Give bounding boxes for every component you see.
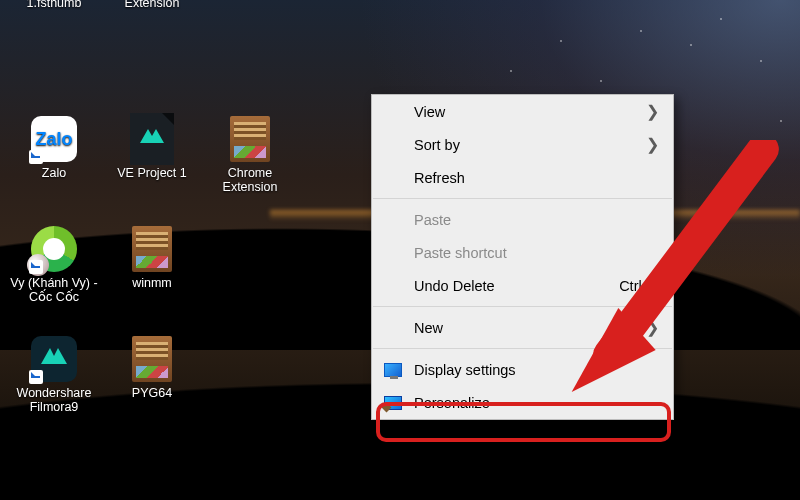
menu-label: Refresh xyxy=(414,170,465,186)
menu-label: View xyxy=(414,104,445,120)
icon-label: VE Project 1 xyxy=(117,166,186,180)
menu-label: Personalize xyxy=(414,395,490,411)
submenu-arrow-icon: ❯ xyxy=(646,102,659,121)
menu-item-view[interactable]: View ❯ xyxy=(372,95,673,128)
filmora-project-icon xyxy=(130,113,174,165)
menu-item-display-settings[interactable]: Display settings xyxy=(372,353,673,386)
menu-label: Display settings xyxy=(414,362,516,378)
menu-item-new[interactable]: New ❯ xyxy=(372,311,673,344)
archive-icon xyxy=(132,226,172,272)
menu-label: New xyxy=(414,320,443,336)
desktop-icon-extension-top[interactable]: Extension xyxy=(106,0,198,96)
menu-item-sort-by[interactable]: Sort by ❯ xyxy=(372,128,673,161)
desktop-icon-ve-project[interactable]: VE Project 1 xyxy=(106,110,198,206)
desktop-icon-coccoc[interactable]: Vy (Khánh Vy) - Cốc Cốc xyxy=(8,220,100,316)
desktop-icon-fsthumb[interactable]: 1.fsthumb xyxy=(8,0,100,96)
menu-separator xyxy=(373,198,672,199)
submenu-arrow-icon: ❯ xyxy=(646,318,659,337)
menu-label: Undo Delete xyxy=(414,278,495,294)
icon-label: Vy (Khánh Vy) - Cốc Cốc xyxy=(9,276,99,305)
icon-label: Extension xyxy=(125,0,180,10)
archive-icon xyxy=(230,116,270,162)
icon-label: Chrome Extension xyxy=(205,166,295,195)
desktop-icon-filmora9[interactable]: Wondershare Filmora9 xyxy=(8,330,100,426)
menu-item-paste: Paste xyxy=(372,203,673,236)
archive-icon xyxy=(132,336,172,382)
menu-item-refresh[interactable]: Refresh xyxy=(372,161,673,194)
shortcut-overlay-icon xyxy=(29,150,43,164)
menu-label: Paste xyxy=(414,212,451,228)
monitor-icon xyxy=(384,363,402,377)
menu-item-personalize[interactable]: Personalize xyxy=(372,386,673,419)
icon-label: Zalo xyxy=(42,166,66,180)
personalize-icon xyxy=(384,396,402,410)
desktop-icon-zalo[interactable]: Zalo Zalo xyxy=(8,110,100,206)
desktop-icons-grid: 1.fsthumb Extension Zalo Zalo VE Project… xyxy=(8,0,296,426)
icon-label: PYG64 xyxy=(132,386,172,400)
shortcut-overlay-icon xyxy=(29,260,43,274)
icon-label: winmm xyxy=(132,276,172,290)
shortcut-overlay-icon xyxy=(29,370,43,384)
icon-label: 1.fsthumb xyxy=(27,0,82,10)
desktop-context-menu: View ❯ Sort by ❯ Refresh Paste Paste sho… xyxy=(371,94,674,420)
menu-item-paste-shortcut: Paste shortcut xyxy=(372,236,673,269)
menu-label: Sort by xyxy=(414,137,460,153)
desktop-icon-chrome-extension[interactable]: Chrome Extension xyxy=(204,110,296,206)
desktop-icon-pyg64[interactable]: PYG64 xyxy=(106,330,198,426)
menu-shortcut: Ctrl+Z xyxy=(619,278,659,294)
menu-item-undo-delete[interactable]: Undo Delete Ctrl+Z xyxy=(372,269,673,302)
submenu-arrow-icon: ❯ xyxy=(646,135,659,154)
menu-separator xyxy=(373,306,672,307)
menu-separator xyxy=(373,348,672,349)
desktop-icon-winmm[interactable]: winmm xyxy=(106,220,198,316)
menu-label: Paste shortcut xyxy=(414,245,507,261)
icon-label: Wondershare Filmora9 xyxy=(9,386,99,415)
